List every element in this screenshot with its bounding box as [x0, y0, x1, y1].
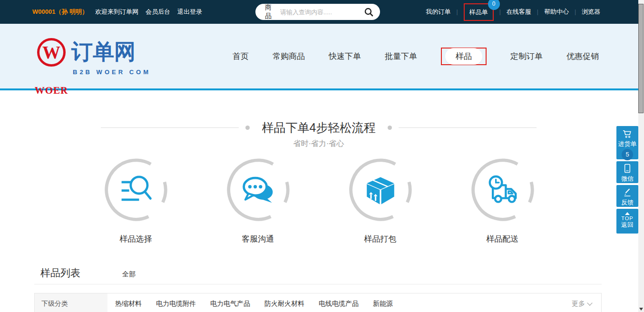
search-icon[interactable]: [364, 7, 373, 17]
step-sample-select: 样品选择: [75, 157, 197, 244]
scrollbar-down-arrow-icon[interactable]: [639, 308, 643, 311]
step-sample-pack: 样品打包: [319, 157, 441, 244]
search-list-icon: [117, 171, 155, 209]
purchase-cart-button[interactable]: 进货单 5: [616, 126, 638, 159]
step-label: 样品选择: [75, 234, 197, 244]
package-box-icon: [361, 171, 400, 209]
chat-bubbles-icon: [239, 171, 277, 209]
sample-list-title: 样品列表: [40, 266, 80, 280]
nav-frequent-products[interactable]: 常购商品: [273, 51, 305, 62]
separator: |: [499, 9, 501, 15]
more-label: 更多: [572, 300, 585, 308]
separator: |: [457, 9, 458, 15]
more-button[interactable]: 更多: [572, 293, 601, 312]
site-header: W WOER 订单网 B2B WOER COM 首页 常购商品 快速下单 批量下…: [0, 24, 644, 90]
step-sample-delivery: 样品配送: [441, 157, 564, 244]
category-link[interactable]: 新能源: [373, 300, 393, 312]
topbar-right-group: 我的订单 | 样品单 0 | 在线客服 | 帮助中心 | 浏览器: [426, 0, 601, 24]
main-nav: 首页 常购商品 快速下单 批量下单 样品 定制订单 优惠促销: [233, 24, 599, 88]
step-circle: [104, 157, 168, 222]
search-category-label[interactable]: 商品: [265, 3, 273, 20]
divider: [34, 284, 602, 284]
member-center-link[interactable]: 会员后台: [146, 8, 170, 16]
process-title-row: 样品下单4步轻松流程: [0, 120, 637, 136]
feedback-button[interactable]: 反馈: [616, 185, 638, 207]
my-orders-link[interactable]: 我的订单: [426, 8, 451, 16]
topbar: W00001（孙 明明） 欢迎来到订单网 会员后台 退出登录 商品 我的订单 |…: [0, 0, 644, 24]
step-circle: [226, 157, 291, 222]
vertical-scrollbar[interactable]: [638, 0, 644, 312]
nav-samples-annotation-box: 样品: [441, 48, 487, 65]
logo-monogram: W: [42, 43, 60, 61]
purchase-cart-badge: 5: [622, 149, 633, 160]
user-id[interactable]: W00001（孙 明明）: [32, 8, 88, 16]
wechat-label: 微信: [616, 175, 638, 183]
separator: |: [537, 9, 538, 15]
phone-icon: [624, 164, 631, 173]
top-label: TOP: [616, 215, 638, 221]
nav-custom-order[interactable]: 定制订单: [510, 51, 543, 62]
chevron-down-icon: [587, 300, 592, 305]
process-steps: 样品选择 客服沟通: [75, 157, 564, 244]
welcome-text: 欢迎来到订单网: [95, 8, 138, 16]
nav-samples-active[interactable]: 样品: [445, 48, 482, 65]
decor-line: [399, 127, 537, 128]
delivery-truck-icon: [484, 171, 522, 209]
process-subtitle: 省时·省力·省心: [0, 139, 637, 149]
cart-icon: [622, 129, 633, 138]
help-center-link[interactable]: 帮助中心: [544, 8, 569, 16]
step-label: 样品配送: [441, 234, 564, 244]
topbar-left-group: W00001（孙 明明） 欢迎来到订单网 会员后台 退出登录: [32, 0, 202, 24]
online-service-link[interactable]: 在线客服: [507, 8, 531, 16]
category-link[interactable]: 电力电气产品: [210, 300, 250, 312]
logo-brand-text: WOER: [33, 85, 69, 97]
site-subtitle: B2B WOER COM: [73, 68, 151, 76]
decor-dot: [245, 126, 250, 130]
browser-link[interactable]: 浏览器: [582, 8, 600, 16]
woer-logo-icon[interactable]: W: [37, 38, 66, 67]
nav-home[interactable]: 首页: [233, 51, 249, 62]
search-input[interactable]: [280, 9, 364, 16]
logout-link[interactable]: 退出登录: [177, 8, 202, 16]
decor-line: [101, 127, 239, 128]
top-arrow-icon: [625, 212, 630, 215]
category-links: 热缩材料 电力电缆附件 电力电气产品 防火耐火材料 电线电缆产品 新能源: [107, 293, 393, 312]
category-link[interactable]: 防火耐火材料: [264, 300, 304, 312]
category-link[interactable]: 热缩材料: [115, 300, 142, 312]
step-label: 样品打包: [319, 234, 441, 244]
nav-promotions[interactable]: 优惠促销: [566, 51, 599, 62]
tab-all[interactable]: 全部: [122, 270, 136, 279]
decor-dot: [388, 126, 392, 130]
site-name[interactable]: 订单网: [71, 41, 136, 62]
feedback-label: 反馈: [616, 199, 638, 206]
category-link[interactable]: 电力电缆附件: [156, 300, 196, 312]
sample-list-header: 样品列表 全部: [40, 266, 136, 280]
separator: |: [575, 9, 576, 15]
floating-toolbar: 进货单 5 微信 反馈 TOP 返回: [616, 126, 638, 235]
wechat-button[interactable]: 微信: [616, 161, 638, 183]
sample-cart-link[interactable]: 样品单: [469, 9, 488, 16]
step-circle: [348, 157, 413, 222]
category-filter-panel: 下级分类 热缩材料 电力电缆附件 电力电气产品 防火耐火材料 电线电缆产品 新能…: [34, 293, 602, 312]
search-bar[interactable]: 商品: [255, 4, 380, 20]
nav-batch-order[interactable]: 批量下单: [385, 51, 417, 62]
subcategory-label: 下级分类: [35, 293, 107, 312]
category-link[interactable]: 电线电缆产品: [319, 300, 359, 312]
pencil-icon: [623, 187, 632, 197]
scrollbar-thumb[interactable]: [638, 4, 644, 113]
nav-quick-order[interactable]: 快速下单: [329, 51, 361, 62]
process-title: 样品下单4步轻松流程: [262, 120, 376, 136]
sample-cart-badge: 0: [488, 0, 500, 10]
step-circle: [470, 157, 535, 222]
return-label: 返回: [616, 221, 638, 229]
purchase-cart-label: 进货单: [616, 140, 638, 148]
back-to-top-button[interactable]: TOP 返回: [616, 209, 638, 234]
step-service-chat: 客服沟通: [197, 157, 319, 244]
step-label: 客服沟通: [197, 234, 319, 244]
sample-cart-annotation-box: 样品单 0: [464, 3, 494, 21]
